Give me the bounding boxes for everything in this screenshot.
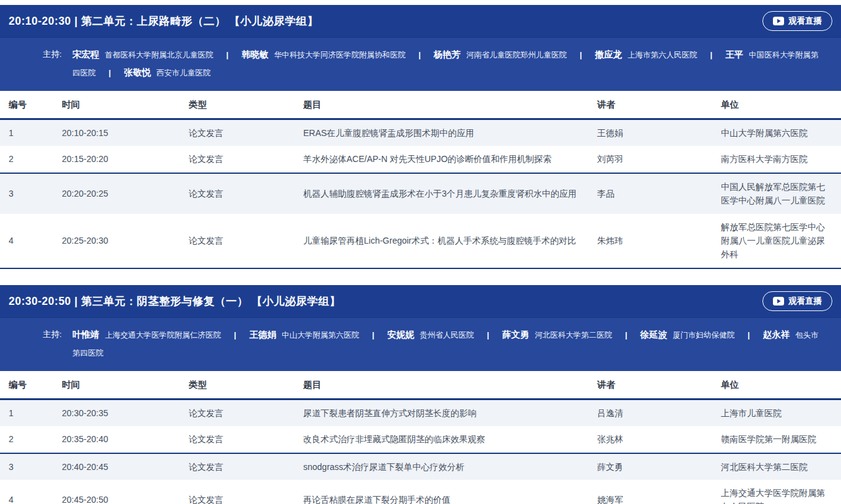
moderators-list: 叶惟靖上海交通大学医学院附属仁济医院|王德娟中山大学附属第六医院|安妮妮贵州省人… (72, 326, 822, 362)
cell-speaker: 薛文勇 (592, 453, 716, 480)
cell-org: 河北医科大学第二医院 (716, 453, 841, 480)
moderator-affiliation: 厦门市妇幼保健院 (673, 331, 735, 340)
moderator: 薛文勇河北医科大学第二医院 (502, 329, 612, 340)
table-header-row: 编号 时间 类型 题目 讲者 单位 (0, 91, 841, 119)
cell-type: 论文发言 (184, 480, 298, 504)
cell-org: 赣南医学院第一附属医院 (716, 426, 841, 453)
moderators-bar: 主持: 叶惟靖上海交通大学医学院附属仁济医院|王德娟中山大学附属第六医院|安妮妮… (0, 317, 841, 371)
cell-no: 2 (0, 146, 57, 173)
cell-time: 20:20-20:25 (57, 173, 184, 214)
table-header-row: 编号 时间 类型 题目 讲者 单位 (0, 371, 841, 399)
col-header-title: 题目 (298, 371, 592, 399)
cell-time: 20:45-20:50 (57, 480, 184, 504)
cell-title: ERAS在儿童腹腔镜肾盂成形围术期中的应用 (298, 119, 592, 147)
cell-no: 1 (0, 119, 57, 147)
moderator-affiliation: 西安市儿童医院 (157, 69, 211, 77)
col-header-no: 编号 (0, 371, 57, 399)
moderator-name: 张敬悦 (124, 67, 151, 77)
moderator-name: 王德娟 (249, 330, 277, 340)
watch-live-button[interactable]: 观看直播 (762, 291, 832, 311)
cell-org: 南方医科大学南方医院 (716, 146, 841, 173)
moderator-name: 王平 (725, 49, 743, 59)
cell-time: 20:25-20:30 (57, 214, 184, 268)
moderator-name: 叶惟靖 (72, 330, 100, 340)
table-row: 1 20:10-20:15 论文发言 ERAS在儿童腹腔镜肾盂成形围术期中的应用… (0, 119, 841, 147)
moderator: 宋宏程首都医科大学附属北京儿童医院 (72, 49, 213, 59)
moderator-separator: | (710, 50, 712, 59)
cell-type: 论文发言 (184, 426, 298, 453)
session-section: 20:10-20:30 | 第二单元：上尿路畸形（二） 【小儿泌尿学组】 观看直… (0, 5, 841, 269)
moderator-affiliation: 河北医科大学第二医院 (535, 331, 612, 340)
cell-speaker: 朱炜玮 (592, 214, 716, 268)
moderator-affiliation: 上海市第六人民医院 (628, 51, 697, 59)
moderator-separator: | (372, 330, 374, 340)
moderator-affiliation: 首都医科大学附属北京儿童医院 (105, 51, 213, 59)
cell-org: 中国人民解放军总医院第七医学中心附属八一儿童医院 (716, 173, 841, 214)
moderator-affiliation: 中山大学附属第六医院 (282, 331, 359, 340)
col-header-title: 题目 (298, 91, 592, 119)
cell-type: 论文发言 (184, 399, 298, 426)
cell-title: 尿道下裂患者阴茎直伸方式对阴茎长度的影响 (298, 399, 592, 426)
cell-time: 20:30-20:35 (57, 399, 184, 426)
col-header-org: 单位 (716, 371, 841, 399)
cell-speaker: 李品 (592, 173, 716, 214)
cell-no: 2 (0, 426, 57, 453)
watch-live-button[interactable]: 观看直播 (762, 11, 832, 31)
col-header-org: 单位 (716, 91, 841, 119)
cell-type: 论文发言 (184, 173, 298, 214)
col-header-type: 类型 (184, 91, 298, 119)
col-header-speaker: 讲者 (592, 371, 716, 399)
moderator: 叶惟靖上海交通大学医学院附属仁济医院 (72, 329, 221, 340)
cell-title: 改良术式治疗非埋藏式隐匿阴茎的临床效果观察 (298, 426, 592, 453)
moderator: 王德娟中山大学附属第六医院 (249, 329, 360, 340)
cell-no: 3 (0, 453, 57, 480)
moderator: 韩晓敏华中科技大学同济医学院附属协和医院 (241, 49, 405, 59)
watch-live-label: 观看直播 (788, 296, 822, 307)
moderator: 徐延波厦门市妇幼保健院 (640, 329, 735, 340)
moderator: 张敬悦西安市儿童医院 (124, 67, 210, 77)
moderator-name: 杨艳芳 (434, 49, 461, 59)
moderators-list: 宋宏程首都医科大学附属北京儿童医院|韩晓敏华中科技大学同济医学院附属协和医院|杨… (72, 46, 822, 82)
moderator-name: 宋宏程 (72, 49, 100, 59)
session-section: 20:30-20:50 | 第三单元：阴茎整形与修复（一） 【小儿泌尿学组】 观… (0, 285, 841, 504)
moderator-affiliation: 华中科技大学同济医学院附属协和医院 (274, 51, 406, 59)
table-row: 4 20:25-20:30 论文发言 儿童输尿管再植Lich-Gregoir术式… (0, 214, 841, 268)
table-row: 2 20:15-20:20 论文发言 羊水外泌体ACE/AP-N 对先天性UPJ… (0, 146, 841, 173)
moderator-name: 安妮妮 (387, 330, 415, 340)
session-header-bar: 20:30-20:50 | 第三单元：阴茎整形与修复（一） 【小儿泌尿学组】 观… (0, 285, 841, 317)
watch-live-label: 观看直播 (788, 15, 822, 27)
cell-title: 羊水外泌体ACE/AP-N 对先天性UPJO的诊断价值和作用机制探索 (298, 146, 592, 173)
cell-org: 中山大学附属第六医院 (716, 119, 841, 147)
moderator-affiliation: 河南省儿童医院郑州儿童医院 (466, 51, 567, 59)
cell-org: 上海市儿童医院 (716, 399, 841, 426)
moderator-separator: | (109, 68, 111, 77)
table-row: 2 20:35-20:40 论文发言 改良术式治疗非埋藏式隐匿阴茎的临床效果观察… (0, 426, 841, 453)
cell-speaker: 吕逸清 (592, 399, 716, 426)
moderator-name: 徐延波 (640, 330, 668, 340)
moderator-name: 赵永祥 (763, 330, 790, 340)
cell-speaker: 姚海军 (592, 480, 716, 504)
cell-org: 解放军总医院第七医学中心附属八一儿童医院儿童泌尿外科 (716, 214, 841, 268)
moderator: 撒应龙上海市第六人民医院 (595, 49, 697, 59)
col-header-time: 时间 (57, 91, 184, 119)
session-header-bar: 20:10-20:30 | 第二单元：上尿路畸形（二） 【小儿泌尿学组】 观看直… (0, 5, 841, 37)
moderators-bar: 主持: 宋宏程首都医科大学附属北京儿童医院|韩晓敏华中科技大学同济医学院附属协和… (0, 37, 841, 91)
cell-type: 论文发言 (184, 119, 298, 147)
table-row: 1 20:30-20:35 论文发言 尿道下裂患者阴茎直伸方式对阴茎长度的影响 … (0, 399, 841, 426)
cell-no: 4 (0, 480, 57, 504)
play-icon (773, 297, 784, 305)
cell-org: 上海交通大学医学院附属第九人民医院 (716, 480, 841, 504)
cell-type: 论文发言 (184, 146, 298, 173)
cell-speaker: 张兆林 (592, 426, 716, 453)
cell-time: 20:35-20:40 (57, 426, 184, 453)
cell-time: 20:15-20:20 (57, 146, 184, 173)
moderator-separator: | (226, 50, 229, 59)
moderator-separator: | (748, 330, 750, 340)
cell-time: 20:10-20:15 (57, 119, 184, 147)
moderators-label: 主持: (43, 326, 72, 362)
col-header-speaker: 讲者 (592, 91, 716, 119)
moderator-affiliation: 上海交通大学医学院附属仁济医院 (105, 331, 222, 340)
cell-title: 再论舌粘膜在尿道下裂分期手术的价值 (298, 480, 592, 504)
moderator-separator: | (625, 330, 628, 340)
cell-type: 论文发言 (184, 453, 298, 480)
